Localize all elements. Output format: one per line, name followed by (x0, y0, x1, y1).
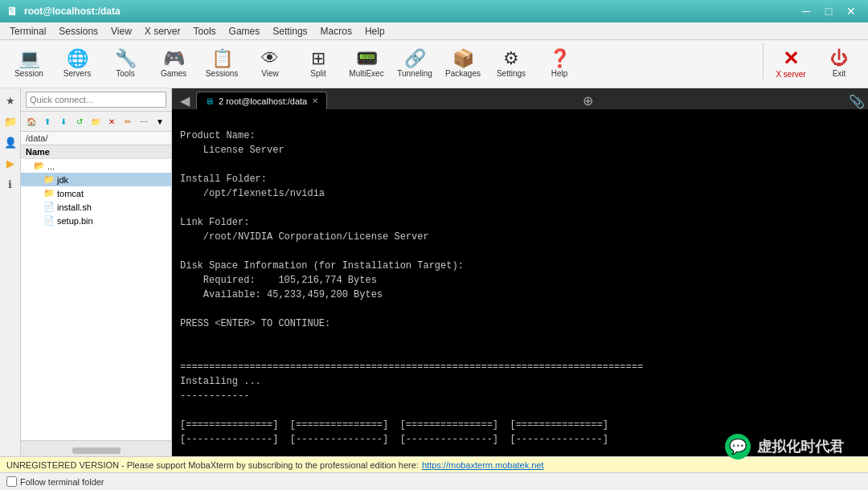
session-label: Session (14, 69, 43, 78)
toolbar: 💻 Session 🌐 Servers 🔧 Tools 🎮 Games 📋 Se… (0, 40, 868, 88)
terminal-tab[interactable]: 🖥 2 root@localhost:/data ✕ (196, 92, 327, 109)
title-bar-text: root@localhost:/data (21, 6, 796, 17)
sidebar-home-btn[interactable]: 🏠 (24, 114, 39, 129)
status-link[interactable]: https://mobaxterm.mobatek.net (422, 460, 544, 470)
minimize-button[interactable]: ─ (796, 3, 817, 19)
sidebar-download-btn[interactable]: ⬇ (56, 114, 71, 129)
sidebar-delete-btn[interactable]: ✕ (104, 114, 119, 129)
attachment-icon[interactable]: 📎 (849, 94, 865, 109)
sidebar-refresh-btn[interactable]: ↺ (72, 114, 87, 129)
xserver-button[interactable]: ✕ X server (768, 43, 813, 85)
tab-label: 2 root@localhost:/data (219, 96, 307, 106)
tree-item-installsh-label: install.sh (57, 202, 92, 212)
xserver-label: X server (776, 70, 805, 79)
split-icon: ⊞ (311, 50, 326, 67)
servers-icon: 🌐 (67, 50, 88, 67)
sidebar-more-btn[interactable]: ⋯ (137, 114, 151, 129)
tree-item-dotdot[interactable]: 📂 ... (21, 159, 171, 173)
sidebar: 🏠 ⬆ ⬇ ↺ 📁 ✕ ✏ ⋯ ▼ /data/ Name 📂 ... 📁 jd… (21, 88, 172, 456)
tab-nav-left[interactable]: ◀ (175, 92, 194, 109)
view-button[interactable]: 👁 View (248, 43, 293, 85)
folder-icon[interactable]: 📁 (2, 112, 19, 130)
sidebar-upload-btn[interactable]: ⬆ (40, 114, 55, 129)
menu-sessions[interactable]: Sessions (52, 22, 104, 39)
menu-view[interactable]: View (104, 22, 138, 39)
tree-item-setupbin[interactable]: 📄 setup.bin (21, 214, 171, 227)
tab-actions[interactable]: ⊕ (579, 92, 596, 109)
servers-button[interactable]: 🌐 Servers (55, 43, 100, 85)
help-button[interactable]: ❓ Help (537, 43, 582, 85)
servers-label: Servers (63, 69, 91, 78)
session-icon: 💻 (18, 50, 40, 67)
settings-button[interactable]: ⚙ Settings (489, 43, 534, 85)
file-setupbin-icon: 📄 (43, 215, 55, 226)
quick-connect-area (21, 88, 171, 112)
menu-settings[interactable]: Settings (266, 22, 313, 39)
bottom-bar: Follow terminal folder (0, 472, 868, 490)
toolbar-right: ✕ X server ⏻ Exit (761, 43, 862, 85)
star-icon[interactable]: ★ (2, 92, 19, 109)
close-button[interactable]: ✕ (841, 3, 862, 19)
terminal-content[interactable]: Product Name: License Server Install Fol… (172, 109, 868, 456)
file-installsh-icon: 📄 (43, 202, 55, 212)
menu-tools[interactable]: Tools (187, 22, 223, 39)
multiexec-icon: 📟 (356, 50, 378, 67)
menu-xserver[interactable]: X server (138, 22, 187, 39)
sessions-icon: 📋 (211, 50, 233, 67)
folder-up-icon: 📂 (34, 161, 45, 171)
settings-icon: ⚙ (503, 50, 519, 67)
split-button[interactable]: ⊞ Split (296, 43, 341, 85)
menu-bar: Terminal Sessions View X server Tools Ga… (0, 22, 868, 40)
person-icon[interactable]: 👤 (2, 133, 19, 151)
tools-label: Tools (116, 69, 134, 78)
packages-icon: 📦 (452, 50, 474, 67)
sidebar-toolbar: 🏠 ⬆ ⬇ ↺ 📁 ✕ ✏ ⋯ ▼ (21, 112, 171, 132)
quick-connect-input[interactable] (26, 92, 166, 108)
follow-terminal-checkbox[interactable] (6, 476, 17, 487)
tunneling-button[interactable]: 🔗 Tunneling (392, 43, 437, 85)
sessions-button[interactable]: 📋 Sessions (199, 43, 244, 85)
sidebar-expand-btn[interactable]: ▼ (153, 114, 167, 129)
tab-bar: ◀ 🖥 2 root@localhost:/data ✕ ⊕ 📎 (172, 88, 868, 109)
xserver-icon: ✕ (783, 49, 799, 68)
terminal-area: ◀ 🖥 2 root@localhost:/data ✕ ⊕ 📎 Product… (172, 88, 868, 456)
info-icon[interactable]: ℹ (2, 175, 19, 193)
multiexec-button[interactable]: 📟 MultiExec (344, 43, 389, 85)
maximize-button[interactable]: □ (818, 3, 839, 19)
tab-icon: 🖥 (205, 96, 214, 106)
tree-item-tomcat[interactable]: 📁 tomcat (21, 186, 171, 200)
menu-terminal[interactable]: Terminal (3, 22, 52, 39)
tab-close-button[interactable]: ✕ (312, 96, 318, 105)
split-label: Split (310, 69, 326, 78)
file-tree: Name 📂 ... 📁 jdk 📁 tomcat 📄 install.sh 📄… (21, 145, 171, 440)
tunneling-label: Tunneling (397, 69, 432, 78)
status-bar: UNREGISTERED VERSION - Please support Mo… (0, 456, 868, 472)
settings-label: Settings (497, 69, 526, 78)
exit-button[interactable]: ⏻ Exit (817, 43, 862, 85)
help-icon: ❓ (549, 50, 571, 67)
tree-header: Name (21, 145, 171, 159)
main-area: ★ 📁 👤 ▶ ℹ 🏠 ⬆ ⬇ ↺ 📁 ✕ ✏ ⋯ ▼ /data/ Name (0, 88, 868, 456)
help-label: Help (551, 69, 568, 78)
packages-label: Packages (445, 69, 481, 78)
games-icon: 🎮 (163, 50, 185, 67)
tree-item-installsh[interactable]: 📄 install.sh (21, 200, 171, 214)
packages-button[interactable]: 📦 Packages (440, 43, 485, 85)
session-button[interactable]: 💻 Session (6, 43, 51, 85)
tree-item-jdk[interactable]: 📁 jdk (21, 173, 171, 186)
menu-games[interactable]: Games (223, 22, 267, 39)
folder-jdk-icon: 📁 (43, 174, 55, 185)
view-icon: 👁 (261, 50, 279, 67)
tree-item-jdk-label: jdk (57, 175, 68, 185)
sidebar-rename-btn[interactable]: ✏ (121, 114, 135, 129)
games-button[interactable]: 🎮 Games (151, 43, 196, 85)
status-text: UNREGISTERED VERSION - Please support Mo… (6, 460, 419, 470)
menu-macros[interactable]: Macros (314, 22, 358, 39)
sidebar-newfolder-btn[interactable]: 📁 (88, 114, 103, 129)
exit-icon: ⏻ (830, 50, 848, 67)
menu-help[interactable]: Help (358, 22, 391, 39)
sidebar-path: /data/ (21, 132, 171, 145)
new-tab-icon: ⊕ (583, 93, 593, 108)
terminal-icon[interactable]: ▶ (2, 154, 19, 172)
tools-button[interactable]: 🔧 Tools (103, 43, 148, 85)
